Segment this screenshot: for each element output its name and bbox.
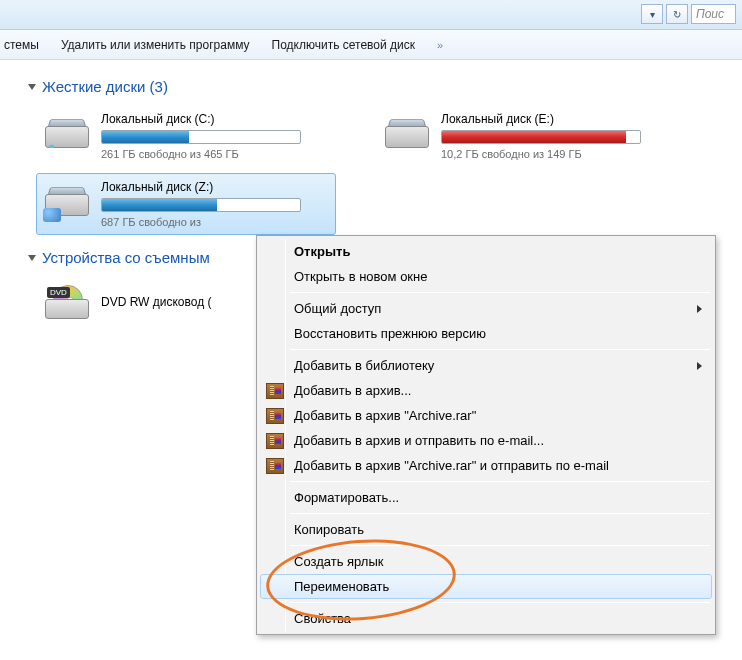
drive-label: Локальный диск (Z:) (101, 180, 325, 194)
drive-free-text: 10,2 ГБ свободно из 149 ГБ (441, 148, 665, 160)
drive-label: Локальный диск (E:) (441, 112, 665, 126)
toolbar-item-map-drive[interactable]: Подключить сетевой диск (272, 38, 415, 52)
hdd-icon (43, 112, 91, 152)
history-dropdown-button[interactable]: ▾ (641, 4, 663, 24)
rar-icon (266, 408, 284, 424)
address-bar: ▾ ↻ Поис (0, 0, 742, 30)
dvd-icon: DVD (43, 283, 91, 323)
collapse-icon (28, 255, 36, 261)
submenu-arrow-icon (697, 305, 702, 313)
ctx-rar-add[interactable]: Добавить в архив... (260, 378, 712, 403)
usage-bar (101, 198, 301, 212)
toolbar-overflow-icon[interactable]: » (437, 39, 443, 51)
submenu-arrow-icon (697, 362, 702, 370)
ctx-format[interactable]: Форматировать... (260, 485, 712, 510)
drive-e[interactable]: Локальный диск (E:) 10,2 ГБ свободно из … (376, 105, 676, 167)
ctx-rar-email[interactable]: Добавить в архив и отправить по e-mail..… (260, 428, 712, 453)
usage-bar (101, 130, 301, 144)
toolbar-item-uninstall[interactable]: Удалить или изменить программу (61, 38, 250, 52)
ctx-open-new-window[interactable]: Открыть в новом окне (260, 264, 712, 289)
ctx-rename[interactable]: Переименовать (260, 574, 712, 599)
ctx-properties[interactable]: Свойства (260, 606, 712, 631)
toolbar-item-system[interactable]: стемы (4, 38, 39, 52)
rar-icon (266, 458, 284, 474)
drive-free-text: 687 ГБ свободно из (101, 216, 325, 228)
separator (290, 481, 710, 482)
ctx-rar-named-email[interactable]: Добавить в архив "Archive.rar" и отправи… (260, 453, 712, 478)
toolbar: стемы Удалить или изменить программу Под… (0, 30, 742, 60)
ctx-create-shortcut[interactable]: Создать ярлык (260, 549, 712, 574)
rar-icon (266, 383, 284, 399)
separator (290, 349, 710, 350)
separator (290, 602, 710, 603)
context-menu: Открыть Открыть в новом окне Общий досту… (256, 235, 716, 635)
ctx-open[interactable]: Открыть (260, 239, 712, 264)
section-title: Устройства со съемным (42, 249, 210, 266)
rar-icon (266, 433, 284, 449)
ctx-rar-add-named[interactable]: Добавить в архив "Archive.rar" (260, 403, 712, 428)
usage-bar (441, 130, 641, 144)
hdd-icon (383, 112, 431, 152)
drive-label: DVD RW дисковод ( (101, 283, 212, 323)
ctx-add-library[interactable]: Добавить в библиотеку (260, 353, 712, 378)
separator (290, 292, 710, 293)
section-title: Жесткие диски (3) (42, 78, 168, 95)
collapse-icon (28, 84, 36, 90)
ctx-copy[interactable]: Копировать (260, 517, 712, 542)
separator (290, 513, 710, 514)
drive-label: Локальный диск (C:) (101, 112, 325, 126)
hdd-icon (43, 180, 91, 220)
drive-c[interactable]: Локальный диск (C:) 261 ГБ свободно из 4… (36, 105, 336, 167)
drive-z[interactable]: Локальный диск (Z:) 687 ГБ свободно из (36, 173, 336, 235)
search-input[interactable]: Поис (691, 4, 736, 24)
drive-free-text: 261 ГБ свободно из 465 ГБ (101, 148, 325, 160)
refresh-button[interactable]: ↻ (666, 4, 688, 24)
separator (290, 545, 710, 546)
ctx-restore-version[interactable]: Восстановить прежнюю версию (260, 321, 712, 346)
section-header-hdd[interactable]: Жесткие диски (3) (28, 78, 732, 95)
ctx-share[interactable]: Общий доступ (260, 296, 712, 321)
